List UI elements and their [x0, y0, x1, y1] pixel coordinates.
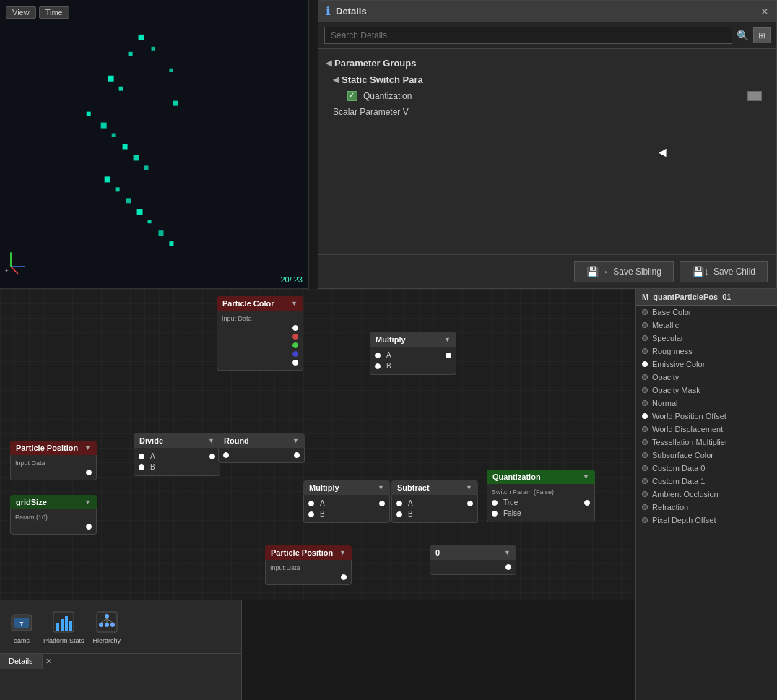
- material-pin-row: World Position Offset: [636, 410, 777, 423]
- quantization-node[interactable]: Quantization ▼ Switch Param (False) True…: [487, 470, 595, 522]
- save-sibling-button[interactable]: 💾→ Save Sibling: [574, 261, 674, 282]
- false-pin[interactable]: [492, 511, 498, 517]
- quantization-header: Quantization ▼: [487, 470, 595, 484]
- svg-rect-11: [134, 155, 139, 160]
- gridsize-header: gridSize ▼: [10, 495, 97, 509]
- output-pin[interactable]: [584, 500, 590, 506]
- quantization-checkbox[interactable]: [347, 91, 357, 101]
- save-child-button[interactable]: 💾↓ Save Child: [680, 261, 768, 282]
- input-pin[interactable]: [223, 452, 229, 458]
- material-pin-row: Base Color: [636, 306, 777, 319]
- platform-stats-icon: [51, 609, 77, 635]
- zero-node[interactable]: 0 ▼: [430, 545, 516, 575]
- search-input[interactable]: [324, 27, 732, 44]
- pin-dot: [642, 322, 648, 328]
- zero-body: [430, 560, 516, 575]
- round-body: [218, 448, 305, 463]
- collapse-arrow: ◀: [326, 59, 331, 68]
- pin-dot: [642, 335, 648, 341]
- output-pin[interactable]: [294, 452, 300, 458]
- input-pin-a[interactable]: [308, 501, 314, 506]
- output-pin[interactable]: [505, 564, 511, 570]
- svg-point-36: [110, 623, 115, 627]
- output-pin[interactable]: [86, 524, 92, 530]
- multiply-mid-node[interactable]: Multiply ▼ A B: [303, 480, 390, 523]
- svg-rect-15: [126, 198, 131, 203]
- tab-close-button[interactable]: ✕: [45, 657, 52, 666]
- svg-rect-19: [169, 241, 173, 246]
- quantization-color[interactable]: [747, 91, 762, 101]
- svg-rect-4: [119, 87, 123, 91]
- pin-label: Base Color: [652, 308, 691, 316]
- particle-pos-header: Particle Position ▼: [10, 441, 97, 455]
- teams-icon-button[interactable]: T eams: [6, 606, 38, 647]
- output-pin[interactable]: [292, 325, 298, 331]
- material-panel-header: M_quantParticlePos_01: [636, 289, 777, 306]
- multiply-top-node[interactable]: Multiply ▼ A B: [370, 332, 456, 375]
- divide-node[interactable]: Divide ▼ A B: [134, 433, 220, 476]
- red-pin[interactable]: [292, 334, 298, 340]
- particle-color-header: Particle Color ▼: [217, 296, 303, 311]
- input-pin-a[interactable]: [396, 501, 402, 506]
- pin-dot: [642, 452, 648, 458]
- pin-dot: [642, 374, 648, 380]
- pin-label: Pixel Depth Offset: [652, 516, 716, 524]
- svg-rect-5: [169, 69, 173, 72]
- svg-rect-2: [152, 47, 155, 51]
- material-pin-row: Custom Data 0: [636, 462, 777, 475]
- particle-color-node[interactable]: Particle Color ▼ Input Data: [217, 296, 303, 371]
- subtract-header: Subtract ▼: [391, 480, 478, 495]
- static-switch-section: ◀ Static Switch Para: [318, 72, 776, 88]
- details-tab[interactable]: Details: [0, 654, 43, 669]
- input-pin-b[interactable]: [396, 511, 402, 517]
- pin-label: Normal: [652, 399, 677, 407]
- alpha-pin[interactable]: [292, 360, 298, 366]
- true-pin[interactable]: [492, 500, 498, 506]
- platform-stats-button[interactable]: Platform Stats: [40, 606, 87, 647]
- green-pin[interactable]: [292, 342, 298, 348]
- material-panel: M_quantParticlePos_01 Base ColorMetallic…: [635, 289, 777, 700]
- input-pin-b[interactable]: [375, 363, 381, 369]
- particle-pos2-body: Input Data: [265, 560, 352, 585]
- svg-rect-3: [108, 76, 114, 82]
- svg-rect-7: [87, 112, 91, 116]
- svg-rect-13: [105, 176, 110, 182]
- pin-dot: [642, 439, 648, 445]
- svg-rect-8: [101, 123, 107, 129]
- output-pin[interactable]: [467, 501, 473, 506]
- particle-position-2-node[interactable]: Particle Position ▼ Input Data: [265, 545, 352, 585]
- svg-rect-17: [148, 220, 152, 223]
- pin-dot: [642, 465, 648, 471]
- particle-position-node[interactable]: Particle Position ▼ Input Data: [10, 441, 97, 480]
- gridsize-node[interactable]: gridSize ▼ Param (10): [10, 495, 97, 535]
- material-pin-row: World Displacement: [636, 423, 777, 436]
- input-pin-a[interactable]: [375, 353, 381, 358]
- material-pin-row: Pixel Depth Offset: [636, 514, 777, 527]
- details-close-button[interactable]: ✕: [760, 6, 769, 17]
- grid-view-button[interactable]: ⊞: [753, 27, 771, 43]
- subtract-node[interactable]: Subtract ▼ A B: [391, 480, 478, 523]
- material-pin-row: Metallic: [636, 319, 777, 332]
- svg-rect-1: [129, 52, 133, 56]
- pin-label: Subsurface Color: [652, 451, 713, 459]
- pin-label: Custom Data 0: [652, 464, 705, 472]
- subtract-body: A B: [391, 495, 478, 523]
- node-graph[interactable]: Particle Color ▼ Input Data: [0, 289, 635, 600]
- round-node[interactable]: Round ▼: [218, 433, 305, 463]
- output-pin[interactable]: [86, 470, 92, 475]
- input-pin-b[interactable]: [139, 464, 144, 470]
- output-pin[interactable]: [341, 574, 347, 580]
- output-pin[interactable]: [379, 501, 385, 506]
- output-pin[interactable]: [446, 353, 451, 358]
- details-content: ◀ Parameter Groups ◀ Static Switch Para …: [318, 49, 776, 126]
- input-pin-a[interactable]: [139, 454, 144, 459]
- pin-label: World Position Offset: [652, 412, 726, 420]
- pin-label: Specular: [652, 334, 683, 342]
- output-pin[interactable]: [209, 454, 215, 459]
- hierarchy-button[interactable]: Hierarchy: [90, 606, 124, 647]
- blue-pin[interactable]: [292, 351, 298, 357]
- pin-label: Opacity Mask: [652, 386, 700, 394]
- input-pin-b[interactable]: [308, 511, 314, 517]
- pin-label: Refraction: [652, 503, 688, 511]
- particle-color-body: Input Data: [217, 311, 303, 371]
